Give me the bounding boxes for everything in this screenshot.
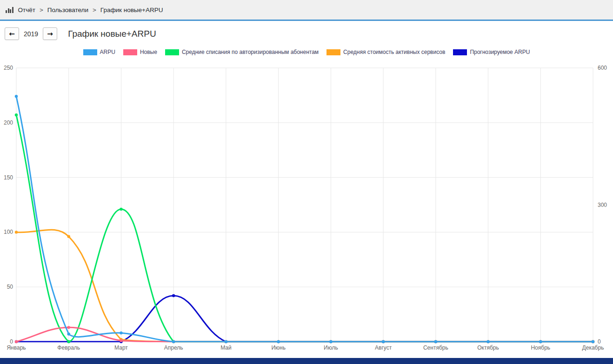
svg-text:Май: Май — [220, 344, 232, 351]
svg-text:250: 250 — [4, 65, 13, 71]
svg-text:600: 600 — [598, 65, 607, 71]
svg-text:Апрель: Апрель — [164, 344, 183, 351]
legend-swatch — [165, 49, 179, 55]
breadcrumb-separator: > — [93, 7, 96, 13]
svg-text:0: 0 — [598, 338, 601, 345]
svg-text:0: 0 — [10, 338, 13, 345]
legend-swatch — [123, 49, 137, 55]
toolbar: ← 2019 → График новые+ARPU — [0, 21, 613, 46]
legend-label: Средние списания по авторизированным або… — [182, 49, 319, 55]
svg-text:Ноябрь: Ноябрь — [531, 344, 550, 351]
breadcrumb-item-current: График новые+ARPU — [100, 7, 163, 13]
breadcrumb-item-users[interactable]: Пользователи — [47, 7, 88, 13]
svg-text:150: 150 — [4, 174, 13, 181]
svg-text:100: 100 — [4, 229, 13, 235]
svg-text:Январь: Январь — [7, 344, 26, 351]
legend-item[interactable]: Средние списания по авторизированным або… — [165, 49, 319, 55]
prev-year-button[interactable]: ← — [5, 27, 19, 40]
next-year-button[interactable]: → — [43, 27, 57, 40]
svg-text:Август: Август — [375, 344, 392, 351]
legend-label: ARPU — [100, 49, 115, 55]
svg-text:Октябрь: Октябрь — [477, 344, 499, 351]
svg-text:Сентябрь: Сентябрь — [423, 344, 448, 351]
breadcrumb: Отчёт > Пользователи > График новые+ARPU — [0, 0, 613, 21]
legend-swatch — [83, 49, 97, 55]
line-chart[interactable]: 0501001502002500300600ЯнварьФевральМартА… — [0, 57, 613, 356]
svg-text:200: 200 — [4, 119, 13, 126]
legend-item[interactable]: Средняя стоимость активных сервисов — [326, 49, 445, 55]
svg-text:50: 50 — [7, 284, 13, 290]
legend-swatch — [326, 49, 340, 55]
svg-text:300: 300 — [598, 202, 607, 208]
legend-item[interactable]: ARPU — [83, 49, 115, 55]
breadcrumb-item-report[interactable]: Отчёт — [18, 7, 35, 13]
svg-text:Март: Март — [114, 344, 128, 351]
footer-bar — [0, 358, 613, 364]
chart-legend: ARPUНовыеСредние списания по авторизиров… — [0, 48, 613, 56]
breadcrumb-separator: > — [40, 7, 43, 13]
legend-item[interactable]: Новые — [123, 49, 157, 55]
legend-label: Новые — [140, 49, 157, 55]
legend-swatch — [453, 49, 467, 55]
svg-text:Июнь: Июнь — [271, 344, 286, 351]
svg-text:Июль: Июль — [324, 344, 338, 351]
page-title: График новые+ARPU — [68, 29, 156, 39]
legend-label: Прогнозируемое ARPU — [470, 49, 530, 55]
svg-text:Декабрь: Декабрь — [582, 344, 604, 351]
legend-item[interactable]: Прогнозируемое ARPU — [453, 49, 530, 55]
year-label: 2019 — [24, 30, 38, 38]
legend-label: Средняя стоимость активных сервисов — [343, 49, 445, 55]
svg-text:Февраль: Февраль — [57, 344, 80, 351]
bar-chart-icon — [6, 7, 13, 13]
